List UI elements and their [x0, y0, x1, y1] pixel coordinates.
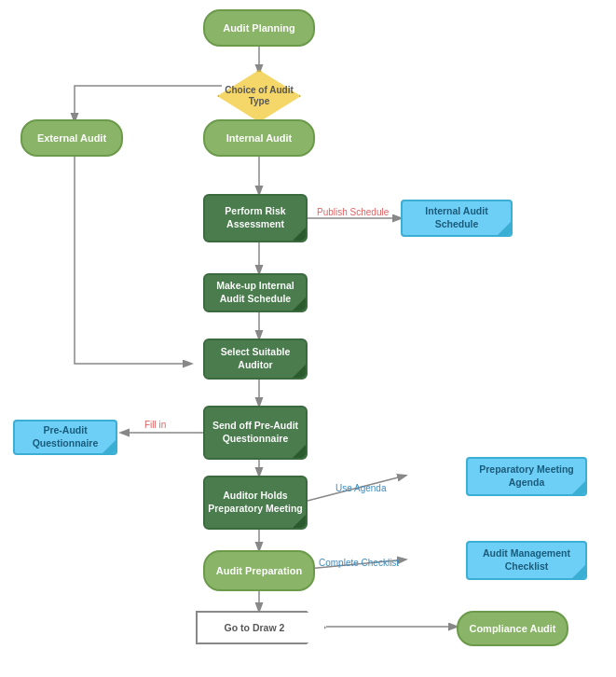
audit-mgmt-checklist-shape: Audit Management Checklist	[466, 541, 587, 580]
internal-audit-schedule-label: Internal Audit Schedule	[403, 205, 511, 230]
internal-audit-schedule-shape: Internal Audit Schedule	[401, 200, 513, 237]
go-to-draw2-label: Go to Draw 2	[225, 622, 285, 633]
select-suitable-label: Select Suitable Auditor	[205, 346, 306, 371]
audit-mgmt-checklist-label: Audit Management Checklist	[468, 547, 585, 573]
fill-in-label: Fill in	[144, 420, 166, 430]
audit-preparation-label: Audit Preparation	[216, 564, 302, 577]
complete-checklist-label: Complete Checklist	[319, 558, 399, 568]
use-agenda-label: Use Agenda	[335, 483, 387, 493]
diagram: Audit Planning Choice of Audit Type Exte…	[0, 0, 616, 677]
compliance-audit-label: Compliance Audit	[469, 622, 555, 635]
auditor-holds-shape: Auditor Holds Preparatory Meeting	[203, 476, 308, 530]
audit-planning-shape: Audit Planning	[203, 9, 315, 47]
auditor-holds-label: Auditor Holds Preparatory Meeting	[205, 490, 306, 515]
send-off-label: Send off Pre-Audit Questionnaire	[205, 420, 306, 445]
external-audit-shape: External Audit	[21, 119, 123, 157]
send-off-shape: Send off Pre-Audit Questionnaire	[203, 406, 308, 460]
choice-audit-shape	[217, 70, 301, 122]
audit-preparation-shape: Audit Preparation	[203, 550, 315, 591]
external-audit-label: External Audit	[37, 131, 106, 145]
pre-audit-q-shape: Pre-Audit Questionnaire	[13, 420, 117, 455]
preparatory-agenda-shape: Preparatory Meeting Agenda	[466, 457, 587, 496]
perform-risk-label: Perform Risk Assessment	[205, 205, 306, 230]
makeup-internal-label: Make-up Internal Audit Schedule	[205, 280, 306, 305]
audit-planning-label: Audit Planning	[223, 21, 295, 35]
select-suitable-shape: Select Suitable Auditor	[203, 338, 308, 380]
compliance-audit-shape: Compliance Audit	[457, 611, 568, 646]
internal-audit-label: Internal Audit	[226, 131, 292, 145]
go-to-draw2-shape: Go to Draw 2	[196, 611, 326, 644]
makeup-internal-shape: Make-up Internal Audit Schedule	[203, 273, 308, 312]
publish-schedule-label: Publish Schedule	[317, 207, 389, 217]
perform-risk-shape: Perform Risk Assessment	[203, 194, 308, 242]
choice-audit-diamond: Choice of Audit Type	[217, 70, 301, 122]
preparatory-agenda-label: Preparatory Meeting Agenda	[468, 463, 585, 489]
pre-audit-q-label: Pre-Audit Questionnaire	[15, 424, 116, 449]
internal-audit-shape: Internal Audit	[203, 119, 315, 157]
